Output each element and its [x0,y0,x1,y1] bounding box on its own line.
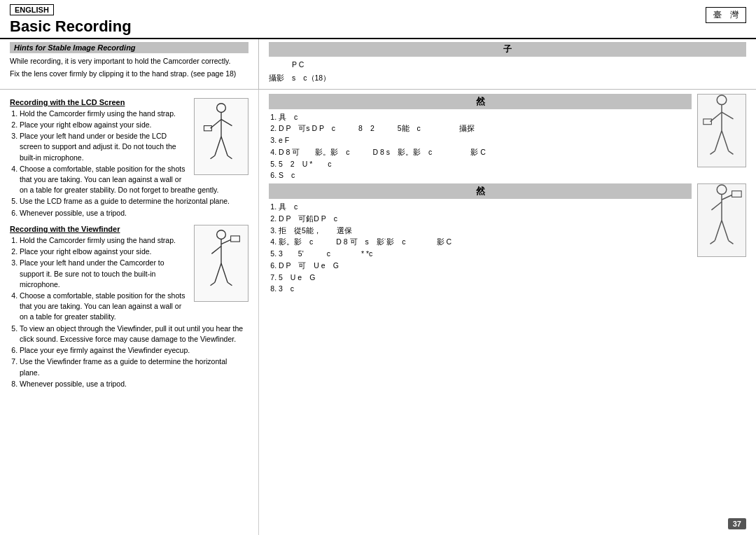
lcd-section: Recording with the LCD Screen Hold the C… [10,98,248,221]
zh-list-item: D P 可 U e G [279,260,746,272]
svg-rect-30 [732,191,742,197]
zh-viewfinder-list: 具 c D P 可鉛D P c 拒 從5能， 選保 影。影 c D 8 可 s … [269,202,746,295]
page: ENGLISH Basic Recording 臺 灣 Hints for St… [0,0,756,535]
svg-line-14 [215,263,221,282]
zh-lcd-title: 然 [269,94,692,109]
header-right: 臺 灣 [269,4,746,35]
svg-line-29 [722,195,732,200]
hints-header: Hints for Stable Image Recording [10,42,248,53]
zh-lcd-section: 然 具 c D P 可s D P c 8 2 5能 c 攝探 e F D 8 可… [269,94,746,184]
svg-line-24 [722,130,729,151]
page-title: Basic Recording [10,18,269,35]
zh-viewfinder-section: 然 具 c D P 可鉛D P c 拒 從5能， 選保 影。影 c D 8 可 … [269,183,746,297]
top-header: ENGLISH Basic Recording 臺 灣 [0,0,756,39]
hints-left: Hints for Stable Image Recording While r… [0,39,259,89]
svg-line-11 [221,239,231,244]
lcd-illustration [194,98,248,175]
svg-rect-12 [231,236,240,242]
zh-viewfinder-illustration [697,183,746,257]
page-number: 37 [728,518,746,529]
right-body: 然 具 c D P 可s D P c 8 2 5能 c 攝探 e F D 8 可… [259,90,756,535]
hints-right: 子 P C 攝影 s c（18） [259,39,756,89]
zh-list-item: D P 可s D P c 8 2 5能 c 攝探 [279,123,746,134]
svg-line-5 [215,137,221,155]
zh-list-item: 影。影 c D 8 可 s 影˙影 c 影 C [279,237,746,248]
list-item: To view an object through the Viewfinder… [20,324,248,345]
zh-hints-pre: P C [269,60,746,71]
list-item: Place your eye firmly against the Viewfi… [20,345,248,356]
svg-line-16 [211,282,215,286]
svg-line-34 [710,241,715,244]
zh-lcd-list: 具 c D P 可s D P c 8 2 5能 c 攝探 e F D 8 可 影… [269,112,746,182]
svg-line-13 [211,246,221,253]
zh-hints-intro: 攝影 s c（18） [269,73,746,84]
zh-header-chars: 臺 灣 [706,7,746,23]
svg-line-31 [711,202,722,210]
zh-hints-char: 子 [503,43,512,55]
zh-list-item: 拒 從5能， 選保 [279,225,746,237]
hints-intro2: Fix the lens cover firmly by clipping it… [10,69,248,79]
zh-hints-header: 子 [269,42,746,57]
zh-list-item: D P 可鉛D P c [279,214,746,225]
main-body: Recording with the LCD Screen Hold the C… [0,90,756,535]
zh-list-item: 3 c [279,284,746,295]
zh-viewfinder-title: 然 [269,183,692,199]
svg-line-6 [221,137,227,155]
svg-line-26 [729,151,734,154]
list-item: Whenever possible, use a tripod. [20,208,248,218]
zh-list-item: 具 c [279,112,746,123]
english-badge: ENGLISH [10,4,54,15]
svg-line-17 [227,282,232,286]
zh-list-item: 3 5' c * *c [279,249,746,260]
svg-line-4 [221,119,232,125]
list-item: Whenever possible, use a tripod. [20,379,248,389]
svg-point-0 [217,103,226,112]
viewfinder-illustration [194,225,248,302]
zh-list-item: D 8 可 影。影 c D 8 s 影。影 c 影 C [279,147,746,158]
svg-point-18 [717,95,727,105]
viewfinder-section: Recording with the Viewfinder Hold the C… [10,225,248,391]
left-body: Recording with the LCD Screen Hold the C… [0,90,259,535]
svg-line-23 [715,130,722,151]
header-left: ENGLISH Basic Recording [10,4,269,35]
zh-list-item: e F [279,135,746,146]
hints-intro: While recording, it is very important to… [10,56,248,67]
zh-list-item: S c [279,170,746,181]
svg-line-25 [710,151,715,154]
svg-point-27 [717,185,727,195]
svg-line-15 [221,263,227,282]
list-item: Use the Viewfinder frame as a guide to d… [20,356,248,377]
svg-line-32 [715,221,722,241]
svg-point-9 [217,230,226,239]
svg-line-22 [722,112,734,119]
svg-line-33 [722,221,729,241]
zh-list-item: 具 c [279,202,746,213]
svg-line-8 [227,155,232,159]
zh-list-item: 5 2 U * c [279,159,746,170]
zh-lcd-illustration [697,94,746,167]
hints-section-row: Hints for Stable Image Recording While r… [0,39,756,90]
svg-line-7 [211,155,215,159]
svg-line-35 [729,241,734,244]
zh-list-item: 5 U e G [279,272,746,284]
list-item: Use the LCD frame as a guide to determin… [20,196,248,207]
